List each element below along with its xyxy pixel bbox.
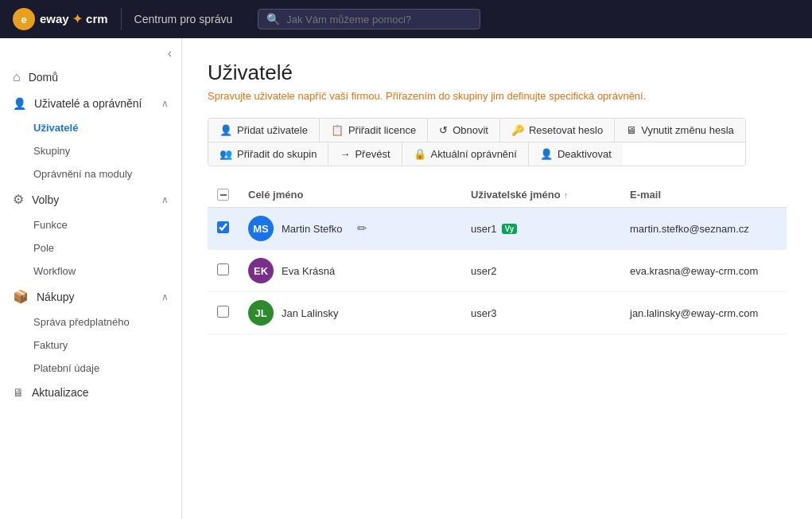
username-text: user2 — [471, 265, 497, 277]
refresh-icon: ↺ — [439, 124, 448, 136]
sidebar-item-nakupy[interactable]: 📦 Nákupy ∧ — [0, 283, 181, 310]
resetovat-heslo-button[interactable]: 🔑 Resetovat heslo — [500, 119, 615, 142]
row-email-cell: martin.stefko@seznam.cz — [620, 208, 787, 250]
chevron-up-icon: ∧ — [161, 98, 169, 109]
row-name-cell: JL Jan Lalinsky — [239, 292, 461, 334]
aktualni-opravneni-button[interactable]: 🔒 Aktuální oprávnění — [402, 142, 529, 166]
topbar-divider — [121, 8, 122, 30]
sidebar-item-faktury[interactable]: Faktury — [0, 334, 181, 357]
sidebar-sub-label: Uživatelé — [33, 122, 78, 134]
th-checkbox — [208, 182, 239, 208]
lock-icon: 🔒 — [414, 148, 426, 160]
sidebar-item-workflow[interactable]: Workflow — [0, 260, 181, 283]
search-icon: 🔍 — [266, 13, 280, 25]
collapse-button[interactable]: ‹ — [168, 46, 172, 60]
name-cell: JL Jan Lalinsky — [248, 300, 452, 326]
row-checkbox[interactable] — [217, 221, 229, 233]
sidebar-sub-label: Pole — [33, 242, 54, 254]
obnovit-button[interactable]: ↺ Obnovit — [428, 119, 500, 142]
toolbar-row-2: 👥 Přiřadit do skupin → Převést 🔒 Aktuáln… — [208, 142, 745, 166]
sidebar-item-label: Domů — [29, 71, 58, 84]
sidebar-item-label: Aktualizace — [32, 386, 89, 399]
toolbar: 👤 Přidat uživatele 📋 Přiřadit licence ↺ … — [208, 118, 746, 166]
license-icon: 📋 — [331, 124, 344, 136]
select-all-checkbox[interactable] — [217, 189, 229, 201]
search-input[interactable] — [286, 14, 472, 25]
btn-label: Přidat uživatele — [237, 124, 308, 136]
key-icon: 🔑 — [511, 124, 524, 136]
sidebar-item-domou[interactable]: ⌂ Domů — [0, 64, 181, 91]
toolbar-row-1: 👤 Přidat uživatele 📋 Přiřadit licence ↺ … — [208, 119, 745, 142]
edit-icon[interactable]: ✏ — [357, 221, 367, 236]
th-full-name: Celé jméno — [239, 182, 461, 208]
full-name: Eva Krásná — [282, 265, 335, 277]
avatar: MS — [248, 216, 274, 241]
username-text: user1 — [471, 223, 497, 235]
sidebar-item-sprava-predplatneho[interactable]: Správa předplatného — [0, 310, 181, 334]
sidebar-sub-label: Správa předplatného — [33, 316, 130, 328]
sidebar-item-platebni-udaje[interactable]: Platební údaje — [0, 357, 181, 380]
sidebar-item-opravneni-moduly[interactable]: Oprávnění na moduly — [0, 162, 181, 185]
gear-icon: ⚙ — [13, 192, 24, 207]
btn-label: Vynutit změnu hesla — [641, 124, 734, 136]
table-row: EK Eva Krásná user2 eva.krasna@eway-crm.… — [208, 250, 787, 292]
btn-label: Převést — [355, 148, 390, 160]
pridat-uzivatele-button[interactable]: 👤 Přidat uživatele — [208, 119, 320, 142]
th-username[interactable]: Uživatelské jméno ↑ — [461, 182, 620, 208]
priradit-skupiny-button[interactable]: 👥 Přiřadit do skupin — [208, 142, 328, 166]
vy-badge: Vy — [502, 224, 518, 234]
page-title: Uživatelé — [208, 60, 787, 85]
sort-icon: ↑ — [564, 190, 569, 200]
add-user-icon: 👤 — [220, 124, 232, 136]
th-email: E-mail — [620, 182, 787, 208]
row-name-cell: MS Martin Stefko ✏ — [239, 208, 461, 250]
package-icon: 📦 — [13, 289, 29, 304]
avatar: EK — [248, 258, 274, 283]
table-row: JL Jan Lalinsky user3 jan.lalinsky@eway-… — [208, 292, 787, 334]
name-cell: EK Eva Krásná — [248, 258, 452, 283]
btn-label: Aktuální oprávnění — [431, 148, 517, 160]
sidebar-item-funkce[interactable]: Funkce — [0, 213, 181, 236]
sidebar-item-uzivatele-opravneni[interactable]: 👤 Uživatelé a oprávnění ∧ — [0, 91, 181, 116]
row-checkbox-cell[interactable] — [208, 292, 239, 334]
avatar: JL — [248, 300, 274, 326]
sidebar-sub-label: Workflow — [33, 265, 76, 277]
sidebar-item-aktualizace[interactable]: 🖥 Aktualizace — [0, 380, 181, 405]
sidebar-item-pole[interactable]: Pole — [0, 236, 181, 260]
row-checkbox-cell[interactable] — [208, 208, 239, 250]
row-checkbox[interactable] — [217, 263, 229, 275]
monitor-icon: 🖥 — [626, 124, 636, 136]
sidebar-sub-label: Platební údaje — [33, 362, 99, 374]
sidebar-sub-label: Funkce — [33, 219, 68, 231]
btn-label: Přiřadit licence — [348, 124, 416, 136]
username-text: user3 — [471, 307, 497, 319]
topbar: e eway ✦ crm Centrum pro správu 🔍 — [0, 0, 812, 38]
row-username-cell: user3 — [461, 292, 620, 334]
username-sort[interactable]: Uživatelské jméno ↑ — [471, 189, 611, 201]
btn-label: Přiřadit do skupin — [237, 148, 317, 160]
home-icon: ⌂ — [13, 70, 21, 84]
btn-label: Resetovat heslo — [529, 124, 603, 136]
username-cell: user1 Vy — [471, 223, 611, 235]
vynutit-zmenu-hesla-button[interactable]: 🖥 Vynutit změnu hesla — [615, 119, 745, 142]
table-header: Celé jméno Uživatelské jméno ↑ E-mail — [208, 182, 787, 208]
logo: e eway ✦ crm — [13, 8, 108, 30]
priradit-licence-button[interactable]: 📋 Přiřadit licence — [320, 119, 428, 142]
table-row: MS Martin Stefko ✏ user1 Vy martin.stefk… — [208, 208, 787, 250]
sidebar-collapse-btn[interactable]: ‹ — [0, 38, 181, 64]
btn-label: Obnovit — [453, 124, 488, 136]
sidebar-item-volby[interactable]: ⚙ Volby ∧ — [0, 185, 181, 213]
row-checkbox[interactable] — [217, 306, 229, 318]
deaktivovat-button[interactable]: 👤 Deaktivovat — [529, 142, 623, 166]
sidebar-sub-label: Oprávnění na moduly — [33, 168, 132, 180]
sidebar-item-uzivatele[interactable]: Uživatelé — [0, 116, 181, 139]
sidebar-item-skupiny[interactable]: Skupiny — [0, 139, 181, 162]
content-area: Uživatelé Spravujte uživatele napříč vaš… — [182, 38, 812, 519]
prevest-button[interactable]: → Převést — [328, 142, 402, 166]
row-checkbox-cell[interactable] — [208, 250, 239, 292]
sidebar-item-label: Volby — [32, 193, 59, 206]
sidebar-sub-label: Faktury — [33, 339, 68, 351]
search-bar[interactable]: 🔍 — [258, 9, 480, 29]
sidebar-item-label: Nákupy — [37, 291, 74, 303]
sidebar-item-label: Uživatelé a oprávnění — [34, 97, 142, 110]
